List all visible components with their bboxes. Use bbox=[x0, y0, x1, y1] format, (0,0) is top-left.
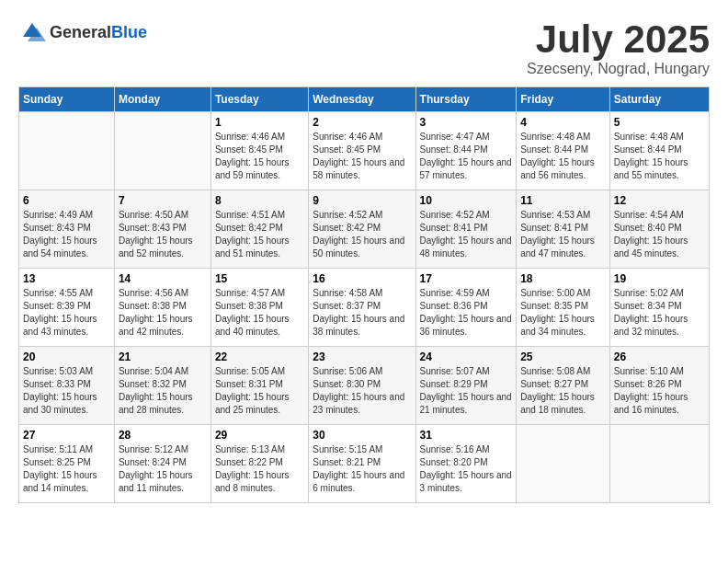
calendar-cell: 20Sunrise: 5:03 AMSunset: 8:33 PMDayligh… bbox=[19, 347, 115, 425]
day-number: 3 bbox=[420, 116, 513, 129]
calendar-cell: 24Sunrise: 5:07 AMSunset: 8:29 PMDayligh… bbox=[415, 347, 517, 425]
day-info: Sunrise: 4:47 AMSunset: 8:44 PMDaylight:… bbox=[420, 131, 513, 182]
day-number: 19 bbox=[614, 272, 705, 285]
calendar-cell: 27Sunrise: 5:11 AMSunset: 8:25 PMDayligh… bbox=[19, 425, 115, 503]
calendar-body: 1Sunrise: 4:46 AMSunset: 8:45 PMDaylight… bbox=[19, 112, 710, 503]
day-info: Sunrise: 4:46 AMSunset: 8:45 PMDaylight:… bbox=[215, 131, 304, 182]
day-info: Sunrise: 4:57 AMSunset: 8:38 PMDaylight:… bbox=[215, 287, 304, 339]
calendar-cell: 28Sunrise: 5:12 AMSunset: 8:24 PMDayligh… bbox=[114, 425, 210, 503]
weekday-header-sunday: Sunday bbox=[19, 87, 115, 112]
day-info: Sunrise: 4:58 AMSunset: 8:37 PMDaylight:… bbox=[313, 287, 411, 339]
day-info: Sunrise: 4:46 AMSunset: 8:45 PMDaylight:… bbox=[313, 131, 411, 182]
weekday-header-wednesday: Wednesday bbox=[309, 87, 415, 112]
header: GeneralBlue July 2025 Szecseny, Nograd, … bbox=[18, 18, 710, 77]
calendar-cell: 15Sunrise: 4:57 AMSunset: 8:38 PMDayligh… bbox=[210, 269, 308, 347]
weekday-header-monday: Monday bbox=[114, 87, 210, 112]
day-info: Sunrise: 4:51 AMSunset: 8:42 PMDaylight:… bbox=[215, 209, 304, 260]
day-number: 22 bbox=[215, 350, 304, 363]
day-number: 23 bbox=[313, 350, 411, 363]
calendar-cell: 19Sunrise: 5:02 AMSunset: 8:34 PMDayligh… bbox=[609, 269, 709, 347]
day-info: Sunrise: 4:48 AMSunset: 8:44 PMDaylight:… bbox=[614, 131, 705, 182]
calendar-cell: 18Sunrise: 5:00 AMSunset: 8:35 PMDayligh… bbox=[517, 269, 610, 347]
day-number: 1 bbox=[215, 116, 304, 129]
day-number: 31 bbox=[420, 429, 513, 442]
day-number: 2 bbox=[313, 116, 411, 129]
day-info: Sunrise: 4:53 AMSunset: 8:41 PMDaylight:… bbox=[520, 209, 606, 260]
day-number: 29 bbox=[215, 429, 304, 442]
weekday-header-row: SundayMondayTuesdayWednesdayThursdayFrid… bbox=[19, 87, 710, 112]
day-info: Sunrise: 5:07 AMSunset: 8:29 PMDaylight:… bbox=[420, 365, 513, 417]
calendar-cell: 11Sunrise: 4:53 AMSunset: 8:41 PMDayligh… bbox=[517, 190, 610, 269]
day-number: 5 bbox=[614, 116, 705, 129]
day-info: Sunrise: 5:00 AMSunset: 8:35 PMDaylight:… bbox=[520, 287, 606, 339]
calendar-cell: 14Sunrise: 4:56 AMSunset: 8:38 PMDayligh… bbox=[114, 269, 210, 347]
day-info: Sunrise: 5:10 AMSunset: 8:26 PMDaylight:… bbox=[614, 365, 705, 417]
day-number: 10 bbox=[420, 194, 513, 207]
calendar-week-4: 20Sunrise: 5:03 AMSunset: 8:33 PMDayligh… bbox=[19, 347, 710, 425]
day-number: 21 bbox=[119, 350, 207, 363]
calendar-cell: 29Sunrise: 5:13 AMSunset: 8:22 PMDayligh… bbox=[210, 425, 308, 503]
day-number: 17 bbox=[420, 272, 513, 285]
day-info: Sunrise: 5:04 AMSunset: 8:32 PMDaylight:… bbox=[119, 365, 207, 417]
month-title: July 2025 bbox=[527, 18, 710, 61]
day-info: Sunrise: 4:56 AMSunset: 8:38 PMDaylight:… bbox=[119, 287, 207, 339]
day-number: 6 bbox=[23, 194, 110, 207]
day-number: 18 bbox=[520, 272, 606, 285]
day-number: 27 bbox=[23, 429, 110, 442]
calendar-cell: 5Sunrise: 4:48 AMSunset: 8:44 PMDaylight… bbox=[609, 112, 709, 190]
calendar-cell bbox=[114, 112, 210, 190]
logo: GeneralBlue bbox=[18, 18, 147, 46]
logo-text-blue: Blue bbox=[111, 23, 147, 41]
day-number: 7 bbox=[119, 194, 207, 207]
weekday-header-friday: Friday bbox=[517, 87, 610, 112]
calendar-cell: 9Sunrise: 4:52 AMSunset: 8:42 PMDaylight… bbox=[309, 190, 415, 269]
day-info: Sunrise: 4:48 AMSunset: 8:44 PMDaylight:… bbox=[520, 131, 606, 182]
calendar-cell bbox=[517, 425, 610, 503]
calendar-cell: 6Sunrise: 4:49 AMSunset: 8:43 PMDaylight… bbox=[19, 190, 115, 269]
logo-icon bbox=[18, 18, 46, 46]
day-info: Sunrise: 4:52 AMSunset: 8:41 PMDaylight:… bbox=[420, 209, 513, 260]
logo-text-general: General bbox=[50, 23, 111, 41]
day-number: 26 bbox=[614, 350, 705, 363]
calendar-cell: 17Sunrise: 4:59 AMSunset: 8:36 PMDayligh… bbox=[415, 269, 517, 347]
calendar-cell bbox=[19, 112, 115, 190]
weekday-header-tuesday: Tuesday bbox=[210, 87, 308, 112]
day-info: Sunrise: 5:02 AMSunset: 8:34 PMDaylight:… bbox=[614, 287, 705, 339]
day-number: 11 bbox=[520, 194, 606, 207]
day-info: Sunrise: 4:50 AMSunset: 8:43 PMDaylight:… bbox=[119, 209, 207, 260]
day-info: Sunrise: 5:08 AMSunset: 8:27 PMDaylight:… bbox=[520, 365, 606, 417]
day-info: Sunrise: 4:59 AMSunset: 8:36 PMDaylight:… bbox=[420, 287, 513, 339]
calendar-week-2: 6Sunrise: 4:49 AMSunset: 8:43 PMDaylight… bbox=[19, 190, 710, 269]
calendar-cell: 8Sunrise: 4:51 AMSunset: 8:42 PMDaylight… bbox=[210, 190, 308, 269]
day-number: 12 bbox=[614, 194, 705, 207]
day-info: Sunrise: 4:52 AMSunset: 8:42 PMDaylight:… bbox=[313, 209, 411, 260]
day-info: Sunrise: 5:05 AMSunset: 8:31 PMDaylight:… bbox=[215, 365, 304, 417]
day-number: 9 bbox=[313, 194, 411, 207]
calendar-cell: 26Sunrise: 5:10 AMSunset: 8:26 PMDayligh… bbox=[609, 347, 709, 425]
location-title: Szecseny, Nograd, Hungary bbox=[527, 61, 710, 77]
calendar-cell: 23Sunrise: 5:06 AMSunset: 8:30 PMDayligh… bbox=[309, 347, 415, 425]
calendar-cell: 7Sunrise: 4:50 AMSunset: 8:43 PMDaylight… bbox=[114, 190, 210, 269]
day-number: 30 bbox=[313, 429, 411, 442]
day-number: 24 bbox=[420, 350, 513, 363]
day-info: Sunrise: 4:54 AMSunset: 8:40 PMDaylight:… bbox=[614, 209, 705, 260]
day-number: 16 bbox=[313, 272, 411, 285]
day-number: 28 bbox=[119, 429, 207, 442]
day-info: Sunrise: 5:11 AMSunset: 8:25 PMDaylight:… bbox=[23, 443, 110, 495]
day-info: Sunrise: 5:03 AMSunset: 8:33 PMDaylight:… bbox=[23, 365, 110, 417]
day-info: Sunrise: 5:12 AMSunset: 8:24 PMDaylight:… bbox=[119, 443, 207, 495]
calendar-cell bbox=[609, 425, 709, 503]
day-info: Sunrise: 4:49 AMSunset: 8:43 PMDaylight:… bbox=[23, 209, 110, 260]
calendar-cell: 30Sunrise: 5:15 AMSunset: 8:21 PMDayligh… bbox=[309, 425, 415, 503]
day-number: 8 bbox=[215, 194, 304, 207]
calendar-cell: 12Sunrise: 4:54 AMSunset: 8:40 PMDayligh… bbox=[609, 190, 709, 269]
calendar-week-5: 27Sunrise: 5:11 AMSunset: 8:25 PMDayligh… bbox=[19, 425, 710, 503]
day-number: 25 bbox=[520, 350, 606, 363]
day-number: 15 bbox=[215, 272, 304, 285]
calendar-cell: 25Sunrise: 5:08 AMSunset: 8:27 PMDayligh… bbox=[517, 347, 610, 425]
day-info: Sunrise: 5:13 AMSunset: 8:22 PMDaylight:… bbox=[215, 443, 304, 495]
calendar-cell: 2Sunrise: 4:46 AMSunset: 8:45 PMDaylight… bbox=[309, 112, 415, 190]
day-info: Sunrise: 5:15 AMSunset: 8:21 PMDaylight:… bbox=[313, 443, 411, 495]
day-info: Sunrise: 5:16 AMSunset: 8:20 PMDaylight:… bbox=[420, 443, 513, 495]
calendar-cell: 13Sunrise: 4:55 AMSunset: 8:39 PMDayligh… bbox=[19, 269, 115, 347]
